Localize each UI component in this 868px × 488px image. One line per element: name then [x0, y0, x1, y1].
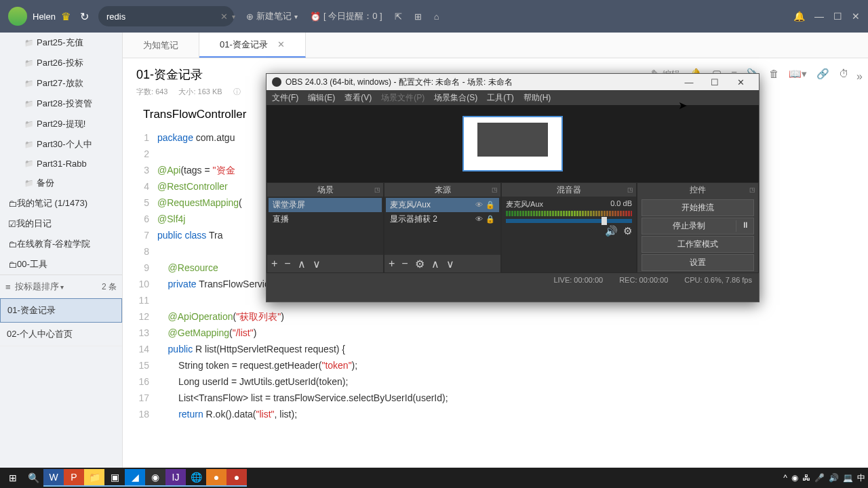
tray-mic-icon[interactable]: 🎤	[814, 473, 825, 483]
notify-icon[interactable]: 🔔	[793, 11, 805, 22]
gear-icon[interactable]: ⚙	[415, 258, 425, 270]
up-icon[interactable]: ∧	[298, 258, 306, 270]
close-button[interactable]: ✕	[852, 11, 860, 22]
stop-record-button[interactable]: 停止录制⏸	[642, 218, 754, 235]
tray-battery-icon[interactable]: 💻	[843, 473, 853, 483]
menu-edit[interactable]: 编辑(E)	[308, 92, 335, 104]
eye-icon[interactable]: 👁	[475, 201, 483, 209]
share-icon[interactable]: 🔗	[816, 68, 829, 81]
task-app2[interactable]: ●	[226, 469, 247, 487]
task-idea[interactable]: IJ	[165, 469, 186, 487]
popout-icon[interactable]: ◳	[492, 186, 498, 193]
eye-icon[interactable]: 👁	[475, 215, 483, 224]
task-terminal[interactable]: ▣	[104, 469, 125, 487]
folder-item[interactable]: Part30-个人中	[0, 134, 122, 155]
tray-vol-icon[interactable]: 🔊	[829, 473, 839, 483]
task-explorer[interactable]: 📁	[84, 469, 104, 487]
obs-titlebar[interactable]: OBS 24.0.3 (64-bit, windows) - 配置文件: 未命名…	[267, 74, 759, 90]
group-tools[interactable]: 🗀 00-工具	[0, 254, 122, 274]
obs-maximize[interactable]: ☐	[702, 77, 728, 87]
clock-icon[interactable]: ⏱	[839, 68, 849, 81]
obs-minimize[interactable]: —	[676, 77, 702, 87]
refresh-icon[interactable]: ↻	[80, 10, 89, 23]
remove-icon[interactable]: −	[284, 258, 290, 270]
remove-icon[interactable]: −	[401, 258, 408, 270]
task-ppt[interactable]: P	[64, 469, 84, 487]
new-note-button[interactable]: ⊕新建笔记▾	[246, 10, 298, 22]
export-icon[interactable]: ⇱	[395, 12, 402, 22]
close-tab-icon[interactable]: ✕	[277, 39, 285, 49]
source-item[interactable]: 麦克风/Aux👁🔒	[386, 198, 499, 212]
search-dropdown-icon[interactable]: ▾	[232, 13, 235, 20]
popout-icon[interactable]: ◳	[627, 186, 633, 193]
studio-mode-button[interactable]: 工作室模式	[642, 236, 754, 253]
crown-icon[interactable]: ♛	[61, 10, 71, 23]
menu-file[interactable]: 文件(F)	[272, 92, 298, 104]
menu-help[interactable]: 帮助(H)	[524, 92, 551, 104]
menu-profile[interactable]: 场景文件(P)	[381, 92, 425, 104]
up-icon[interactable]: ∧	[431, 258, 439, 270]
group-mynotes[interactable]: 🗀 我的笔记 (1/1473)	[0, 193, 122, 214]
note-list-item[interactable]: 02-个人中心首页	[0, 323, 122, 346]
tray-ime[interactable]: 中	[857, 472, 865, 484]
task-chrome[interactable]: 🌐	[186, 469, 206, 487]
reminder-button[interactable]: ⏰[ 今日提醒：0 ]	[310, 10, 382, 22]
speaker-icon[interactable]: 🔊	[605, 225, 618, 237]
add-icon[interactable]: +	[271, 258, 277, 270]
avatar[interactable]	[8, 7, 27, 26]
more-icon[interactable]: »	[856, 70, 863, 83]
home-icon[interactable]: ⌂	[434, 12, 439, 22]
folder-item[interactable]: Part26-投标	[0, 53, 122, 73]
settings-button[interactable]: 设置	[642, 254, 754, 271]
folder-item[interactable]: 备份	[0, 173, 122, 193]
volume-slider[interactable]	[506, 219, 632, 223]
search-box[interactable]: ✕ ▾	[98, 6, 234, 26]
down-icon[interactable]: ∨	[446, 258, 454, 270]
menu-tools[interactable]: 工具(T)	[487, 92, 513, 104]
tab-wiznote[interactable]: 为知笔记	[123, 33, 199, 58]
trash-icon[interactable]: 🗑	[769, 68, 779, 81]
book-icon[interactable]: 📖▾	[789, 68, 807, 81]
lock-icon[interactable]: 🔒	[486, 201, 495, 209]
minimize-button[interactable]: —	[814, 11, 824, 22]
folder-item[interactable]: Part27-放款	[0, 73, 122, 94]
popout-icon[interactable]: ◳	[749, 186, 755, 193]
lock-icon[interactable]: 🔒	[486, 215, 495, 224]
maximize-button[interactable]: ☐	[833, 11, 842, 22]
system-tray[interactable]: ^ ◉ 🖧 🎤 🔊 💻 中	[783, 472, 865, 484]
scene-item[interactable]: 直播	[269, 212, 382, 226]
task-word[interactable]: W	[43, 469, 64, 487]
clear-search-icon[interactable]: ✕	[220, 12, 228, 22]
task-vscode[interactable]: ◢	[125, 469, 145, 487]
menu-view[interactable]: 查看(V)	[344, 92, 372, 104]
obs-close[interactable]: ✕	[728, 77, 753, 87]
folder-item[interactable]: Part29-提现!	[0, 114, 122, 134]
apps-icon[interactable]: ⊞	[414, 12, 422, 22]
task-obs[interactable]: ◉	[145, 469, 165, 487]
down-icon[interactable]: ∨	[313, 258, 321, 270]
group-edu[interactable]: 🗀 在线教育-谷粒学院	[0, 234, 122, 254]
tray-up-icon[interactable]: ^	[783, 473, 787, 483]
tray-obs-icon[interactable]: ◉	[791, 473, 798, 483]
search-input[interactable]	[106, 12, 220, 22]
sort-row[interactable]: ≡ 按标题排序 ▾ 2 条	[0, 274, 122, 298]
menu-scenecol[interactable]: 场景集合(S)	[434, 92, 477, 104]
folder-item[interactable]: Part31-Rabb	[0, 155, 122, 173]
folder-item[interactable]: Part25-充值	[0, 33, 122, 53]
source-item[interactable]: 显示器捕获 2👁🔒	[386, 212, 499, 226]
group-diary[interactable]: ☑ 我的日记	[0, 214, 122, 234]
preview-thumbnail[interactable]	[462, 116, 563, 171]
obs-preview[interactable]	[267, 105, 759, 182]
scene-item[interactable]: 课堂录屏	[269, 198, 382, 212]
info-icon[interactable]: ⓘ	[233, 87, 241, 97]
folder-item[interactable]: Part28-投资管	[0, 94, 122, 114]
search-button[interactable]: 🔍	[23, 469, 43, 487]
pause-icon[interactable]: ⏸	[736, 220, 753, 232]
start-stream-button[interactable]: 开始推流	[642, 199, 754, 216]
start-button[interactable]: ⊞	[3, 469, 23, 487]
tab-document[interactable]: 01-资金记录✕	[199, 33, 306, 58]
add-icon[interactable]: +	[389, 258, 395, 270]
gear-icon[interactable]: ⚙	[623, 225, 632, 237]
task-app1[interactable]: ●	[206, 469, 226, 487]
note-list-item[interactable]: 01-资金记录	[0, 298, 122, 323]
